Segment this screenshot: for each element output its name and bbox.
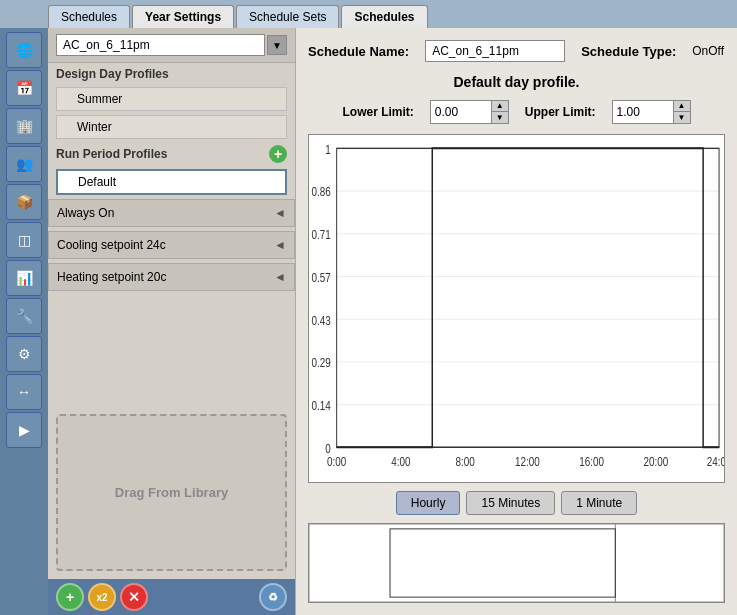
schedule-name-label: Schedule Name: xyxy=(308,44,409,59)
schedule-item-always-on[interactable]: Always On ◄ xyxy=(48,199,295,227)
design-day-profiles-header: Design Day Profiles xyxy=(48,63,295,85)
icon-bar: 🌐 📅 🏢 👥 📦 ◫ 📊 🔧 ⚙ ↔ ▶ xyxy=(0,28,48,615)
globe-icon[interactable]: 🌐 xyxy=(6,32,42,68)
delete-button[interactable]: ✕ xyxy=(120,583,148,611)
schedule-dropdown-arrow[interactable]: ▼ xyxy=(267,35,287,55)
svg-text:0.43: 0.43 xyxy=(312,312,332,327)
svg-rect-24 xyxy=(309,524,724,602)
right-panel: Schedule Name: Schedule Type: OnOff Defa… xyxy=(296,28,737,615)
schedule-item-heating-label: Heating setpoint 20c xyxy=(57,270,166,284)
upper-limit-up[interactable]: ▲ xyxy=(674,101,690,112)
arrow-icon: ◄ xyxy=(274,206,286,220)
schedule-item-always-on-label: Always On xyxy=(57,206,114,220)
profile-title: Default day profile. xyxy=(308,74,725,90)
drag-from-library[interactable]: Drag From Library xyxy=(56,414,287,571)
arrow-icon-3: ◄ xyxy=(274,270,286,284)
profile-item-winter[interactable]: Winter xyxy=(56,115,287,139)
svg-text:16:00: 16:00 xyxy=(579,453,604,468)
schedule-item-heating[interactable]: Heating setpoint 20c ◄ xyxy=(48,263,295,291)
svg-rect-16 xyxy=(337,148,719,447)
svg-text:0.71: 0.71 xyxy=(312,227,331,242)
tab-schedules-active[interactable]: Schedules xyxy=(341,5,427,28)
main-layout: 🌐 📅 🏢 👥 📦 ◫ 📊 🔧 ⚙ ↔ ▶ ▼ Design Day Profi… xyxy=(0,28,737,615)
lower-limit-label: Lower Limit: xyxy=(342,105,413,119)
svg-text:12:00: 12:00 xyxy=(515,453,540,468)
run-period-profiles-label: Run Period Profiles xyxy=(56,147,167,161)
svg-text:24:00: 24:00 xyxy=(707,453,724,468)
15min-button[interactable]: 15 Minutes xyxy=(466,491,555,515)
schedule-name-input[interactable] xyxy=(56,34,265,56)
upper-limit-input-wrap: ▲ ▼ xyxy=(612,100,691,124)
layers-icon[interactable]: ◫ xyxy=(6,222,42,258)
building-icon[interactable]: 🏢 xyxy=(6,108,42,144)
schedule-name-field[interactable] xyxy=(425,40,565,62)
svg-text:4:00: 4:00 xyxy=(391,453,411,468)
schedule-type-label: Schedule Type: xyxy=(581,44,676,59)
left-panel: ▼ Design Day Profiles Summer Winter Run … xyxy=(48,28,296,615)
svg-text:8:00: 8:00 xyxy=(456,453,476,468)
lower-limit-input[interactable] xyxy=(431,101,491,123)
svg-text:0.29: 0.29 xyxy=(312,355,331,370)
arrow-icon-2: ◄ xyxy=(274,238,286,252)
svg-text:0:00: 0:00 xyxy=(327,453,347,468)
tab-schedules-1[interactable]: Schedules xyxy=(48,5,130,28)
design-day-profiles-label: Design Day Profiles xyxy=(56,67,169,81)
upper-limit-input[interactable] xyxy=(613,101,673,123)
bottom-chart xyxy=(308,523,725,603)
schedule-type-value: OnOff xyxy=(692,44,724,58)
add-run-period-button[interactable]: + xyxy=(269,145,287,163)
play-icon[interactable]: ▶ xyxy=(6,412,42,448)
main-chart-svg: 1 0.86 0.71 0.57 0.43 0.29 0.14 0 xyxy=(309,135,724,482)
settings-icon[interactable]: ⚙ xyxy=(6,336,42,372)
profile-item-default[interactable]: Default xyxy=(56,169,287,195)
recycle-button[interactable]: ♻ xyxy=(259,583,287,611)
svg-text:20:00: 20:00 xyxy=(643,453,668,468)
upper-limit-label: Upper Limit: xyxy=(525,105,596,119)
lower-limit-down[interactable]: ▼ xyxy=(492,112,508,123)
name-row: Schedule Name: Schedule Type: OnOff xyxy=(308,40,725,62)
calendar-icon[interactable]: 📅 xyxy=(6,70,42,106)
upper-limit-spinner: ▲ ▼ xyxy=(673,101,690,123)
upper-limit-down[interactable]: ▼ xyxy=(674,112,690,123)
svg-text:1: 1 xyxy=(325,141,330,156)
profile-item-summer[interactable]: Summer xyxy=(56,87,287,111)
bottom-toolbar: + x2 ✕ ♻ xyxy=(48,579,295,615)
chart-icon[interactable]: 📊 xyxy=(6,260,42,296)
schedule-item-cooling-label: Cooling setpoint 24c xyxy=(57,238,166,252)
transfer-icon[interactable]: ↔ xyxy=(6,374,42,410)
time-buttons: Hourly 15 Minutes 1 Minute xyxy=(308,491,725,515)
svg-text:0.14: 0.14 xyxy=(312,397,332,412)
tab-year-settings[interactable]: Year Settings xyxy=(132,5,234,28)
box-icon[interactable]: 📦 xyxy=(6,184,42,220)
top-tabs: Schedules Year Settings Schedule Sets Sc… xyxy=(0,0,737,28)
tab-schedule-sets[interactable]: Schedule Sets xyxy=(236,5,339,28)
run-period-profiles-header: Run Period Profiles + xyxy=(48,141,295,167)
main-chart: 1 0.86 0.71 0.57 0.43 0.29 0.14 0 xyxy=(308,134,725,483)
clone-button[interactable]: x2 xyxy=(88,583,116,611)
tools-icon[interactable]: 🔧 xyxy=(6,298,42,334)
left-content: Design Day Profiles Summer Winter Run Pe… xyxy=(48,63,295,579)
limits-row: Lower Limit: ▲ ▼ Upper Limit: ▲ ▼ xyxy=(308,100,725,124)
lower-limit-up[interactable]: ▲ xyxy=(492,101,508,112)
schedule-item-cooling[interactable]: Cooling setpoint 24c ◄ xyxy=(48,231,295,259)
svg-text:0.86: 0.86 xyxy=(312,184,332,199)
svg-text:0.57: 0.57 xyxy=(312,269,331,284)
1min-button[interactable]: 1 Minute xyxy=(561,491,637,515)
lower-limit-input-wrap: ▲ ▼ xyxy=(430,100,509,124)
schedule-selector-row: ▼ xyxy=(48,28,295,63)
add-button[interactable]: + xyxy=(56,583,84,611)
bottom-chart-svg xyxy=(309,524,724,602)
people-icon[interactable]: 👥 xyxy=(6,146,42,182)
lower-limit-spinner: ▲ ▼ xyxy=(491,101,508,123)
hourly-button[interactable]: Hourly xyxy=(396,491,461,515)
